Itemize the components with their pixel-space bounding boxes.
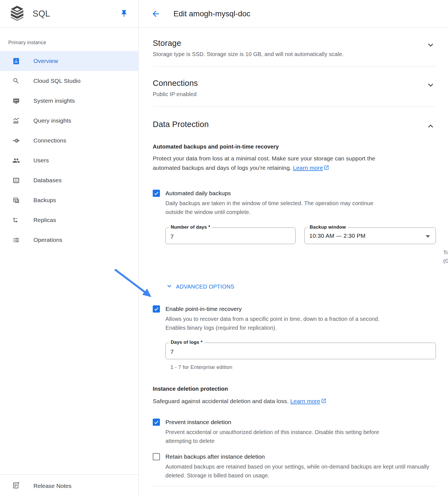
sidebar-item-label: Release Notes bbox=[33, 483, 72, 489]
prevent-instance-deletion-checkbox[interactable] bbox=[153, 419, 160, 426]
page-title: Edit amogh-mysql-doc bbox=[173, 9, 251, 18]
number-of-days-field: Number of days * bbox=[165, 228, 296, 244]
retain-backups-checkbox[interactable] bbox=[153, 453, 160, 460]
days-of-logs-hint: 1 - 7 for Enterprise edition bbox=[170, 363, 436, 371]
deletion-protection-heading: Instance deletion protection bbox=[153, 386, 436, 392]
learn-more-link-2[interactable]: Learn more bbox=[290, 398, 320, 404]
section-divider bbox=[153, 486, 436, 486]
product-name: SQL bbox=[33, 9, 50, 19]
sidebar-item-operations[interactable]: Operations bbox=[0, 230, 138, 250]
prevent-instance-deletion-row: Prevent instance deletion Prevent accide… bbox=[153, 418, 436, 445]
section-divider bbox=[153, 66, 436, 67]
connections-section-summary: Public IP enabled bbox=[153, 91, 198, 97]
sidebar-item-label: Databases bbox=[33, 177, 62, 184]
sidebar-item-label: Overview bbox=[33, 58, 58, 64]
storage-section-summary: Storage type is SSD. Storage size is 10 … bbox=[153, 51, 344, 57]
backup-window-select[interactable]: Backup window 10:30 AM — 2:30 PM bbox=[304, 228, 436, 244]
nav-section-label: Primary instance bbox=[0, 28, 138, 51]
data-protection-collapse-chevron-up-icon[interactable] bbox=[425, 121, 436, 131]
sidebar-item-label: Connections bbox=[33, 137, 66, 144]
storage-expand-chevron-down-icon[interactable] bbox=[425, 40, 436, 50]
deletion-protection-intro: Safeguard against accidental deletion an… bbox=[153, 396, 432, 406]
backup-window-label: Backup window bbox=[308, 224, 347, 230]
sidebar-item-system-insights[interactable]: System insights bbox=[0, 91, 138, 111]
point-in-time-recovery-label: Enable point-in-time recovery bbox=[165, 305, 400, 313]
point-in-time-recovery-row: Enable point-in-time recovery Allows you… bbox=[153, 305, 436, 332]
data-protection-section-title: Data Protection bbox=[153, 120, 209, 129]
days-of-logs-row: Days of logs * bbox=[165, 343, 436, 359]
retain-backups-label: Retain backups after instance deletion bbox=[165, 453, 436, 461]
page-header: Edit amogh-mysql-doc bbox=[139, 0, 448, 28]
section-data-protection: Data Protection Automated backups and po… bbox=[153, 120, 436, 486]
edit-form: Storage Storage type is SSD. Storage siz… bbox=[139, 28, 448, 486]
connection-icon bbox=[12, 137, 20, 144]
section-connections: Connections Public IP enabled bbox=[153, 79, 436, 107]
sidebar-item-backups[interactable]: Backups bbox=[0, 190, 138, 210]
days-of-logs-input[interactable] bbox=[166, 343, 436, 359]
sidebar-item-replicas[interactable]: Replicas bbox=[0, 210, 138, 230]
learn-more-link[interactable]: Learn more bbox=[293, 165, 323, 171]
external-link-icon bbox=[321, 397, 326, 406]
point-in-time-recovery-checkbox[interactable] bbox=[153, 305, 160, 313]
retain-backups-description: Automated backups are retained based on … bbox=[165, 462, 436, 480]
automated-daily-backups-checkbox[interactable] bbox=[153, 190, 160, 197]
number-of-days-label: Number of days * bbox=[169, 224, 212, 230]
point-in-time-recovery-description: Allows you to recover data from a specif… bbox=[165, 314, 400, 332]
advanced-options-label: ADVANCED OPTIONS bbox=[176, 284, 234, 290]
sidebar: SQL Primary instance Overview bbox=[0, 0, 139, 497]
connections-expand-chevron-down-icon[interactable] bbox=[425, 80, 436, 90]
storage-section-title: Storage bbox=[153, 39, 344, 48]
external-link-icon bbox=[324, 164, 329, 173]
sidebar-item-databases[interactable]: Databases bbox=[0, 170, 138, 190]
sidebar-item-label: Replicas bbox=[33, 217, 56, 223]
sidebar-item-overview[interactable]: Overview bbox=[0, 51, 138, 71]
dropdown-arrow-icon bbox=[426, 235, 430, 238]
users-icon bbox=[12, 157, 20, 164]
pin-icon[interactable] bbox=[119, 9, 129, 18]
automated-backups-heading: Automated backups and point-in-time reco… bbox=[153, 144, 436, 150]
sidebar-item-label: Query insights bbox=[33, 117, 71, 124]
connections-section-title: Connections bbox=[153, 79, 198, 88]
sidebar-item-label: Backups bbox=[33, 197, 56, 203]
release-notes-icon bbox=[12, 482, 20, 490]
automated-daily-backups-description: Daily backups are taken in the window of… bbox=[165, 199, 386, 216]
sidebar-item-query-insights[interactable]: Query insights bbox=[0, 111, 138, 131]
sidebar-item-label: System insights bbox=[33, 97, 75, 104]
number-of-days-input[interactable] bbox=[166, 228, 295, 244]
advanced-options-toggle[interactable]: ADVANCED OPTIONS bbox=[165, 282, 436, 291]
search-icon bbox=[12, 77, 20, 85]
replicas-tree-icon bbox=[12, 216, 20, 224]
chevron-down-icon bbox=[165, 282, 173, 291]
operations-list-icon bbox=[12, 236, 20, 244]
sidebar-header: SQL bbox=[0, 0, 138, 28]
days-of-logs-label: Days of logs * bbox=[169, 340, 204, 345]
overview-icon bbox=[12, 57, 20, 65]
retain-backups-row: Retain backups after instance deletion A… bbox=[153, 453, 436, 480]
sidebar-item-label: Users bbox=[33, 157, 49, 164]
prevent-instance-deletion-description: Prevent accidental or unauthorized delet… bbox=[165, 428, 396, 445]
backup-window-hint: Time is your local time zone (GMT+5:30) bbox=[443, 248, 448, 265]
sidebar-item-users[interactable]: Users bbox=[0, 150, 138, 170]
monitor-chart-icon bbox=[12, 97, 20, 105]
days-of-logs-field: Days of logs * bbox=[165, 343, 436, 359]
section-divider bbox=[153, 106, 436, 107]
sidebar-item-label: Operations bbox=[33, 237, 62, 243]
automated-daily-backups-row: Automated daily backups Daily backups ar… bbox=[153, 189, 436, 216]
automated-backups-intro: Protect your data from loss at a minimal… bbox=[153, 154, 397, 173]
cloud-sql-logo-icon bbox=[10, 6, 24, 22]
automated-daily-backups-label: Automated daily backups bbox=[165, 189, 386, 197]
sidebar-item-cloud-sql-studio[interactable]: Cloud SQL Studio bbox=[0, 71, 138, 91]
sidebar-item-label: Cloud SQL Studio bbox=[33, 78, 81, 84]
back-arrow-icon[interactable] bbox=[151, 9, 161, 19]
backup-fields-row: Number of days * Backup window 10:30 AM … bbox=[165, 228, 436, 244]
section-storage: Storage Storage type is SSD. Storage siz… bbox=[153, 28, 436, 67]
backups-icon bbox=[12, 197, 20, 204]
database-grid-icon bbox=[12, 177, 20, 184]
bar-line-chart-icon bbox=[12, 117, 20, 125]
cloud-sql-edit-page: SQL Primary instance Overview bbox=[0, 0, 448, 497]
prevent-instance-deletion-label: Prevent instance deletion bbox=[165, 418, 396, 426]
sidebar-item-release-notes[interactable]: Release Notes bbox=[0, 474, 138, 497]
main-panel: Edit amogh-mysql-doc Storage Storage typ… bbox=[139, 0, 448, 497]
sidebar-item-connections[interactable]: Connections bbox=[0, 131, 138, 150]
